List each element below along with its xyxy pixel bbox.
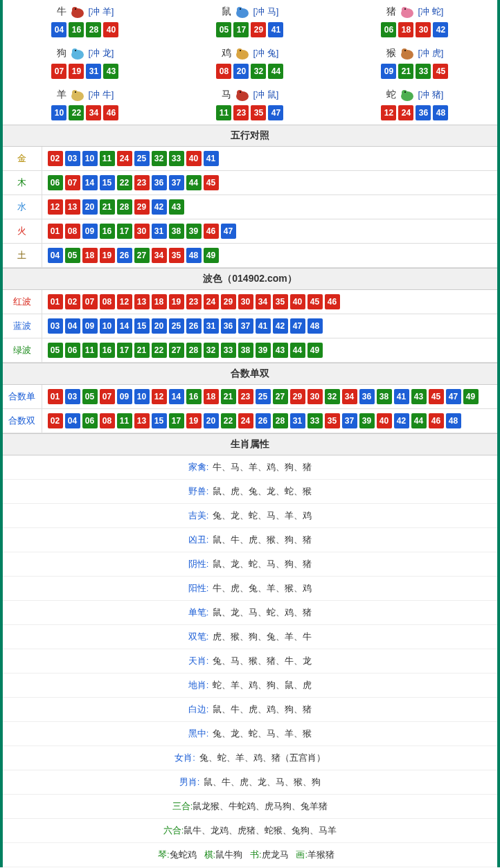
number-ball: 26 <box>256 413 271 428</box>
attr-label: 单笔: <box>188 607 209 617</box>
attr-label: 女肖: <box>175 752 195 763</box>
attr-label: 三合: <box>172 801 193 811</box>
attr-label: 白边: <box>188 704 209 714</box>
svg-point-14 <box>240 50 241 51</box>
number-ball: 37 <box>342 413 357 428</box>
number-ball: 33 <box>221 343 236 358</box>
number-ball: 49 <box>204 248 219 263</box>
horse-icon <box>233 87 252 102</box>
number-ball: 17 <box>117 343 132 358</box>
table-wuxing: 金02031011242532334041木060714152223363744… <box>3 147 497 268</box>
attr-row: 白边:鼠、牛、虎、鸡、狗、猪 <box>3 698 497 722</box>
number-ball: 45 <box>433 64 448 79</box>
attr-value: 兔、马、猴、猪、牛、龙 <box>213 655 312 666</box>
zodiac-cell-ox: 牛[冲 羊]04162840 <box>3 0 168 42</box>
number-ball: 29 <box>134 199 150 215</box>
number-ball: 29 <box>221 294 236 309</box>
number-ball: 23 <box>233 105 249 120</box>
number-ball: 19 <box>69 64 84 79</box>
attr-row: 野兽:鼠、虎、兔、龙、蛇、猴 <box>3 480 497 504</box>
number-ball: 35 <box>251 105 266 120</box>
row-balls: 0108091617303138394647 <box>42 219 497 244</box>
attr-value: 鼠、虎、兔、龙、蛇、猴 <box>213 486 312 496</box>
svg-point-16 <box>402 48 407 54</box>
number-ball: 15 <box>152 413 167 428</box>
table-row: 木06071415222336374445 <box>3 171 497 195</box>
svg-point-20 <box>75 91 76 93</box>
row-balls: 06071415222336374445 <box>42 171 497 195</box>
svg-point-13 <box>237 48 242 54</box>
number-ball: 26 <box>117 248 132 263</box>
number-ball: 19 <box>100 248 115 263</box>
number-ball: 44 <box>268 64 283 79</box>
row-label: 合数双 <box>3 409 42 433</box>
number-ball: 46 <box>204 224 219 239</box>
attr-row: 阴性:鼠、龙、蛇、马、狗、猪 <box>3 552 497 577</box>
footer-label: 书: <box>250 849 262 860</box>
attr-value: 虎、猴、狗、兔、羊、牛 <box>213 631 312 642</box>
row-label: 合数单 <box>3 385 42 409</box>
snake-icon <box>398 87 417 102</box>
number-ball: 05 <box>65 248 80 263</box>
row-balls: 0103050709101214161821232527293032343638… <box>42 385 497 409</box>
rooster-icon <box>233 46 252 61</box>
number-ball: 04 <box>51 22 66 37</box>
number-ball: 19 <box>169 294 184 309</box>
table-row: 火0108091617303138394647 <box>3 219 497 244</box>
section-header-wuxing: 五行对照 <box>3 125 497 147</box>
number-ball: 42 <box>273 318 288 334</box>
number-ball: 22 <box>152 343 167 358</box>
row-balls: 05061116172122272832333839434449 <box>42 338 497 363</box>
row-balls: 03040910141520252631363741424748 <box>42 314 497 338</box>
number-ball: 03 <box>48 318 63 334</box>
number-ball: 01 <box>48 389 63 404</box>
number-ball: 48 <box>186 248 202 263</box>
number-ball: 44 <box>411 413 427 428</box>
number-ball: 35 <box>169 248 184 263</box>
footer-value: 虎龙马 <box>262 849 289 860</box>
number-ball: 25 <box>169 318 184 334</box>
number-ball: 44 <box>186 175 202 190</box>
attr-row: 双笔:虎、猴、狗、兔、羊、牛 <box>3 625 497 649</box>
footer-label: 棋: <box>204 849 216 860</box>
number-ball: 05 <box>48 343 63 358</box>
number-ball: 16 <box>100 224 115 239</box>
number-ball: 46 <box>103 105 118 120</box>
number-ball: 40 <box>186 151 202 166</box>
number-ball: 04 <box>65 413 80 428</box>
attr-value: 牛、虎、兔、羊、猴、鸡 <box>213 583 312 593</box>
row-label: 土 <box>3 244 42 268</box>
attr-label: 凶丑: <box>188 534 209 545</box>
number-ball: 49 <box>463 389 479 404</box>
number-ball: 30 <box>416 22 431 37</box>
table-row: 绿波05061116172122272832333839434449 <box>3 338 497 363</box>
zodiac-cell-monkey: 猴[冲 虎]09213345 <box>332 42 497 83</box>
number-ball: 09 <box>117 389 132 404</box>
number-ball: 21 <box>100 199 115 215</box>
row-label: 红波 <box>3 290 42 314</box>
attr-label: 天肖: <box>188 655 209 666</box>
svg-point-7 <box>402 7 407 12</box>
zodiac-balls: 10223446 <box>3 105 168 120</box>
number-ball: 42 <box>152 199 167 215</box>
number-ball: 03 <box>65 389 80 404</box>
number-ball: 35 <box>273 294 288 309</box>
number-ball: 17 <box>233 22 249 37</box>
zodiac-clash: [冲 鼠] <box>253 89 279 101</box>
number-ball: 20 <box>204 413 219 428</box>
number-ball: 28 <box>117 199 132 215</box>
attr-label: 阳性: <box>188 583 209 593</box>
svg-point-2 <box>75 8 76 10</box>
row-balls: 1213202128294243 <box>42 195 497 219</box>
number-ball: 05 <box>82 389 98 404</box>
attr-value: 兔、龙、蛇、马、羊、猴 <box>213 728 312 739</box>
attr-row: 女肖:兔、蛇、羊、鸡、猪（五宫肖） <box>3 746 497 770</box>
number-ball: 34 <box>86 105 101 120</box>
zodiac-name: 狗 <box>57 47 66 60</box>
number-ball: 31 <box>86 64 101 79</box>
number-ball: 20 <box>152 318 167 334</box>
table-row: 合数双0204060811131517192022242628313335373… <box>3 409 497 433</box>
number-ball: 11 <box>82 343 98 358</box>
number-ball: 29 <box>251 22 266 37</box>
number-ball: 23 <box>238 389 253 404</box>
